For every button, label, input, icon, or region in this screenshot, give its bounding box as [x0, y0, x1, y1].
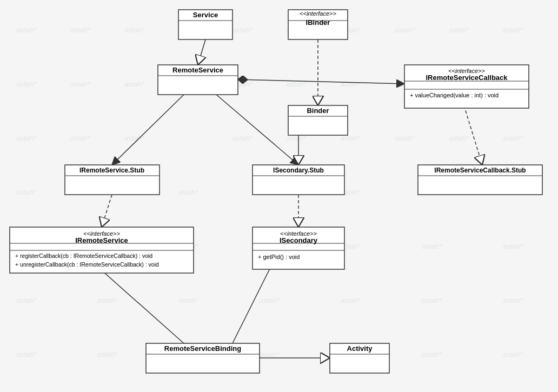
svg-text:<<interface>>: <<interface>>: [300, 10, 336, 17]
svg-text:astah*: astah*: [395, 26, 415, 34]
svg-text:+ unregisterCallback(cb : IRem: + unregisterCallback(cb : IRemoteService…: [15, 261, 159, 268]
class-IRemoteServiceCallback: <<interface>> IRemoteServiceCallback + v…: [404, 65, 529, 108]
svg-text:RemoteService: RemoteService: [172, 66, 223, 74]
svg-text:astah*: astah*: [341, 296, 361, 304]
class-IRemoteService-Stub: IRemoteService.Stub: [65, 165, 160, 195]
svg-text:astah*: astah*: [232, 26, 253, 34]
svg-text:astah*: astah*: [395, 134, 415, 142]
svg-text:IRemoteService.Stub: IRemoteService.Stub: [79, 167, 144, 174]
svg-text:+ registerCallback(cb : IRemot: + registerCallback(cb : IRemoteServiceCa…: [15, 253, 152, 259]
svg-text:astah*: astah*: [16, 350, 37, 358]
svg-line-64: [232, 268, 270, 343]
svg-text:+ valueChanged(value : int) : : + valueChanged(value : int) : void: [410, 92, 499, 98]
class-IRemoteService: <<interface>> IRemoteService + registerC…: [10, 227, 194, 273]
svg-text:astah*: astah*: [16, 296, 37, 304]
svg-text:Activity: Activity: [347, 344, 373, 353]
svg-line-58: [216, 95, 298, 165]
svg-text:astah*: astah*: [70, 26, 91, 34]
class-ISecondary-Stub: ISecondary.Stub: [253, 165, 344, 195]
uml-diagram-svg: astah* astah* astah* astah* astah* astah…: [0, 0, 558, 392]
svg-text:astah*: astah*: [503, 134, 523, 142]
svg-text:astah*: astah*: [422, 296, 442, 304]
class-Activity: Activity: [330, 343, 389, 373]
class-ISecondary: <<interface>> ISecondary + getPid() : vo…: [253, 227, 344, 269]
svg-text:astah*: astah*: [178, 296, 199, 304]
svg-line-56: [238, 79, 404, 84]
class-Binder: Binder: [288, 105, 348, 135]
svg-text:astah*: astah*: [449, 26, 469, 34]
svg-text:astah*: astah*: [503, 26, 523, 34]
svg-text:astah*: astah*: [16, 134, 37, 142]
svg-text:astah*: astah*: [97, 296, 118, 304]
class-Service: Service: [178, 10, 232, 39]
svg-text:astah*: astah*: [341, 80, 361, 88]
svg-text:astah*: astah*: [97, 350, 118, 358]
class-IBinder: <<interface>> IBinder: [288, 10, 348, 39]
svg-text:astah*: astah*: [503, 242, 523, 250]
svg-text:ISecondary.Stub: ISecondary.Stub: [273, 167, 324, 174]
svg-text:astah*: astah*: [422, 350, 442, 358]
svg-text:astah*: astah*: [178, 188, 199, 196]
svg-text:IRemoteService: IRemoteService: [75, 236, 128, 244]
svg-text:astah*: astah*: [70, 80, 91, 88]
class-RemoteServiceBinding: RemoteServiceBinding: [146, 343, 260, 373]
svg-line-57: [112, 95, 184, 165]
svg-text:astah*: astah*: [124, 80, 145, 88]
svg-text:astah*: astah*: [70, 134, 91, 142]
svg-text:astah*: astah*: [16, 188, 37, 196]
svg-text:IRemoteServiceCallback: IRemoteServiceCallback: [426, 74, 508, 82]
svg-text:astah*: astah*: [16, 26, 37, 34]
svg-text:IBinder: IBinder: [306, 18, 330, 26]
svg-text:astah*: astah*: [124, 26, 145, 34]
class-RemoteService: RemoteService: [158, 65, 238, 95]
svg-line-60: [102, 195, 112, 227]
svg-text:Service: Service: [193, 11, 218, 19]
svg-line-63: [102, 270, 184, 343]
diagram-canvas: astah* astah* astah* astah* astah* astah…: [0, 0, 558, 392]
svg-text:astah*: astah*: [503, 350, 523, 358]
svg-text:IRemoteServiceCallback.Stub: IRemoteServiceCallback.Stub: [434, 167, 526, 174]
svg-text:astah*: astah*: [422, 242, 442, 250]
svg-line-54: [198, 39, 205, 65]
svg-text:ISecondary: ISecondary: [280, 236, 318, 244]
svg-text:astah*: astah*: [232, 134, 253, 142]
class-IRemoteServiceCallback-Stub: IRemoteServiceCallback.Stub: [418, 165, 542, 195]
svg-text:astah*: astah*: [260, 296, 280, 304]
svg-text:Binder: Binder: [307, 107, 329, 115]
svg-text:astah*: astah*: [449, 134, 469, 142]
svg-text:RemoteServiceBinding: RemoteServiceBinding: [164, 344, 241, 353]
svg-text:astah*: astah*: [503, 296, 523, 304]
svg-text:+ getPid() : void: + getPid() : void: [258, 254, 300, 260]
svg-text:astah*: astah*: [16, 80, 37, 88]
svg-text:astah*: astah*: [260, 350, 280, 358]
